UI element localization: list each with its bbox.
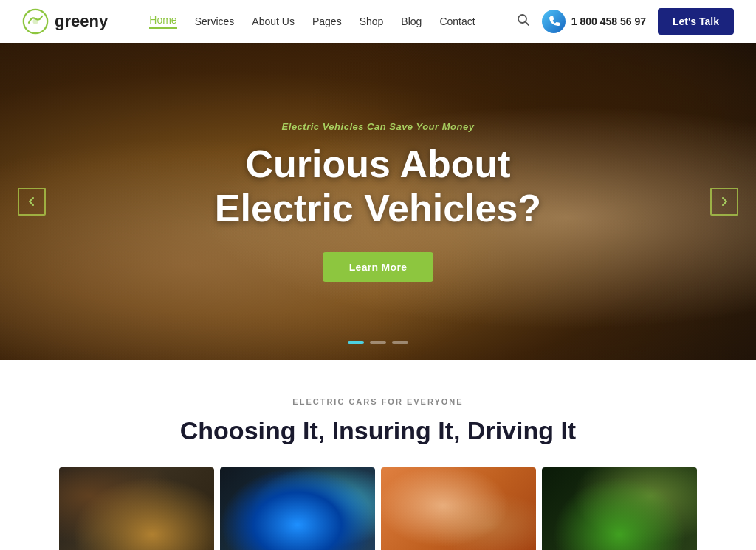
hero-subtitle: Electric Vehicles Can Save Your Money [282, 121, 475, 132]
header-right: 1 800 458 56 97 Let's Talk [517, 8, 734, 35]
hero-section: Electric Vehicles Can Save Your Money Cu… [0, 43, 756, 360]
card-3[interactable] [381, 467, 536, 550]
logo-text: greeny [55, 12, 108, 31]
hero-title-line2: Electric Vehicles? [215, 187, 541, 230]
nav-item-home[interactable]: Home [149, 14, 176, 29]
slider-dot-2[interactable] [370, 341, 386, 344]
search-icon[interactable] [517, 13, 530, 30]
main-nav: Home Services About Us Pages Shop Blog C… [149, 14, 475, 29]
nav-item-contact[interactable]: Contact [439, 16, 475, 27]
phone-icon [542, 10, 566, 33]
hero-title: Curious About Electric Vehicles? [215, 142, 541, 231]
header: greeny Home Services About Us Pages Shop… [0, 0, 756, 43]
slider-dots [348, 341, 408, 344]
svg-line-3 [525, 22, 529, 26]
nav-item-services[interactable]: Services [195, 16, 235, 27]
hero-title-line1: Curious About [245, 142, 510, 185]
lets-talk-button[interactable]: Let's Talk [658, 8, 734, 35]
card-4[interactable] [542, 467, 697, 550]
card-grid [22, 467, 734, 550]
nav-item-blog[interactable]: Blog [401, 16, 422, 27]
section-eyebrow: ELECTRIC CARS FOR EVERYONE [22, 397, 734, 406]
svg-point-1 [32, 18, 38, 24]
nav-item-pages[interactable]: Pages [312, 16, 342, 27]
slider-dot-1[interactable] [348, 341, 364, 344]
cars-section: ELECTRIC CARS FOR EVERYONE Choosing It, … [0, 360, 756, 550]
nav-item-shop[interactable]: Shop [360, 16, 384, 27]
section-title: Choosing It, Insuring It, Driving It [22, 416, 734, 445]
nav-item-about[interactable]: About Us [252, 16, 295, 27]
card-2[interactable] [220, 467, 375, 550]
card-1[interactable] [59, 467, 214, 550]
hero-content: Electric Vehicles Can Save Your Money Cu… [0, 43, 756, 360]
slider-next-button[interactable] [710, 188, 738, 216]
hero-cta-button[interactable]: Learn More [323, 252, 433, 282]
logo[interactable]: greeny [22, 8, 108, 35]
slider-prev-button[interactable] [18, 188, 46, 216]
logo-icon [22, 8, 49, 35]
slider-dot-3[interactable] [392, 341, 408, 344]
phone-section: 1 800 458 56 97 [542, 10, 646, 33]
phone-number: 1 800 458 56 97 [571, 16, 646, 27]
